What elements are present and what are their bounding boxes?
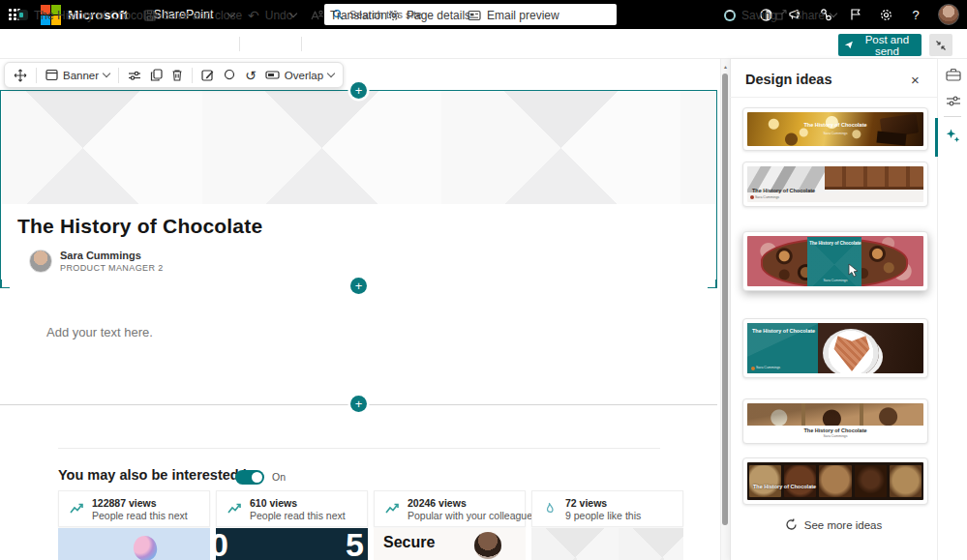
mouse-cursor xyxy=(848,263,859,278)
interest-card-3[interactable]: 20246 views Popular with your colleagues xyxy=(374,490,526,527)
preview-word: Secure xyxy=(383,534,435,551)
card-preview-3[interactable]: Secure xyxy=(374,528,526,560)
page-icon xyxy=(17,10,28,20)
thumb-title: The History of Chocolate xyxy=(752,188,815,193)
page-title[interactable]: The History of Chocolate xyxy=(17,215,262,238)
design-idea-thumb-1[interactable]: The History of Chocolate Sara Cummings xyxy=(742,107,928,151)
add-section-button-top[interactable]: + xyxy=(350,82,367,99)
section-corner-tick-left xyxy=(1,280,10,288)
preview-digit-left: 0 xyxy=(216,528,228,560)
user-avatar[interactable] xyxy=(938,4,959,25)
theme-circle-icon xyxy=(223,69,236,81)
card-preview-1[interactable] xyxy=(58,528,210,560)
share-chevron[interactable] xyxy=(830,10,837,17)
save-icon xyxy=(143,9,157,22)
undo-button[interactable]: ↶ Undo xyxy=(248,0,292,30)
interest-card-2[interactable]: 610 views People read this next xyxy=(216,490,368,527)
sharepoint-editor: Microsoft SharePoint Search this site ? … xyxy=(0,0,967,560)
saving-status: Saving xyxy=(724,0,777,30)
add-section-button-bottom[interactable]: + xyxy=(350,396,367,412)
trend-up-icon xyxy=(70,502,84,515)
add-webpart-button-middle[interactable]: + xyxy=(350,278,367,294)
card-caption: 9 people like this xyxy=(565,510,641,521)
like-icon xyxy=(543,502,556,516)
card-caption: People read this next xyxy=(92,510,188,521)
card-caption: People read this next xyxy=(250,510,346,521)
design-idea-thumb-2[interactable]: The History of Chocolate Sara Cummings xyxy=(742,162,928,207)
page-details-label: Page details xyxy=(407,9,470,22)
overlap-chevron xyxy=(327,70,335,77)
edit-image-button[interactable] xyxy=(201,69,214,81)
banner-chevron xyxy=(103,70,110,77)
trend-up-icon xyxy=(227,502,242,515)
save-and-close-button[interactable]: Save and close xyxy=(143,0,242,30)
flag-icon[interactable] xyxy=(848,7,863,22)
interest-toggle-label: On xyxy=(272,471,286,483)
undo-icon: ↶ xyxy=(248,8,259,23)
share-button[interactable]: Share xyxy=(774,0,836,30)
copy-icon xyxy=(150,69,163,81)
trend-up-icon xyxy=(385,502,400,515)
banner-layout-icon xyxy=(45,69,58,81)
banner-type-dropdown[interactable]: Banner xyxy=(45,69,109,81)
close-panel-icon[interactable]: × xyxy=(911,72,920,88)
edit-properties-button[interactable] xyxy=(128,70,141,81)
save-options-chevron[interactable] xyxy=(228,0,234,30)
saving-spinner-icon xyxy=(724,10,736,21)
rotate-ccw-icon: ↺ xyxy=(245,69,257,82)
translation-icon xyxy=(310,9,324,22)
design-idea-thumb-4[interactable]: The History of Chocolate Sara Cummings xyxy=(742,318,928,378)
move-webpart-handle[interactable] xyxy=(14,69,27,82)
toolbox-icon[interactable] xyxy=(945,66,961,82)
thumb-title: The History of Chocolate xyxy=(803,427,866,433)
page-scrollbar-thumb[interactable] xyxy=(722,74,728,525)
author-name[interactable]: Sara Cummings xyxy=(60,250,141,261)
section-corner-tick-right xyxy=(708,280,716,288)
balloon-graphic xyxy=(132,534,160,560)
design-idea-thumb-5[interactable]: The History of Chocolate Sara Cummings xyxy=(742,398,928,444)
card-preview-4[interactable] xyxy=(531,528,683,560)
undo-options-chevron[interactable] xyxy=(290,0,296,30)
banner-label: Banner xyxy=(63,70,99,81)
overlap-dropdown[interactable]: Overlap xyxy=(265,70,334,81)
page-details-button[interactable]: Page details xyxy=(387,0,470,30)
scrollbar-up-arrow[interactable]: ▲ xyxy=(723,64,728,70)
design-idea-thumb-3-selected[interactable]: The History of Chocolate Sara Cummings xyxy=(742,231,928,291)
help-icon[interactable]: ? xyxy=(908,7,923,22)
thumb-title: The History of Chocolate xyxy=(809,241,861,246)
interest-toggle[interactable] xyxy=(235,470,264,485)
interest-card-1[interactable]: 122887 views People read this next xyxy=(58,490,210,527)
design-idea-thumb-6[interactable]: The History of Chocolate xyxy=(742,457,928,505)
page-properties-icon[interactable] xyxy=(945,93,961,109)
card-views: 122887 views xyxy=(92,497,157,509)
collapse-toolbar-button[interactable] xyxy=(929,34,952,56)
post-and-send-button[interactable]: Post and send xyxy=(838,34,922,56)
hero-banner-image[interactable] xyxy=(2,91,716,204)
card-preview-2[interactable]: 0 5 xyxy=(216,528,368,560)
saving-label: Saving xyxy=(741,9,777,22)
interest-card-4[interactable]: 72 views 9 people like this xyxy=(531,490,683,527)
translation-button[interactable]: Translation xyxy=(310,0,387,30)
duplicate-webpart-button[interactable] xyxy=(150,69,163,81)
settings-gear-icon[interactable] xyxy=(878,7,893,22)
toggle-knob xyxy=(252,472,262,483)
text-webpart-placeholder[interactable]: Add your text here. xyxy=(46,325,153,339)
preview-digit-right: 5 xyxy=(346,528,364,560)
email-preview-button[interactable]: Email preview xyxy=(468,0,559,30)
thumb-title: The History of Chocolate xyxy=(752,328,815,334)
interest-top-divider xyxy=(58,448,660,449)
design-ideas-sparkle-icon[interactable] xyxy=(945,128,961,144)
refresh-icon xyxy=(785,518,798,531)
theme-effects-button[interactable] xyxy=(223,69,236,81)
thumb-author: Sara Cummings xyxy=(823,132,847,135)
see-more-ideas-button[interactable]: See more ideas xyxy=(730,518,937,531)
send-icon xyxy=(844,40,854,50)
thumb-4-art: The History of Chocolate Sara Cummings xyxy=(747,323,923,373)
command-bar xyxy=(0,29,967,59)
card-views: 20246 views xyxy=(408,497,467,509)
page-details-gear-icon xyxy=(387,9,401,22)
delete-webpart-button[interactable] xyxy=(171,69,183,81)
card-caption: Popular with your colleagues xyxy=(408,510,537,521)
reset-button[interactable]: ↺ xyxy=(245,69,257,82)
webpart-toolbar: Banner ↺ Overlap xyxy=(4,62,344,88)
